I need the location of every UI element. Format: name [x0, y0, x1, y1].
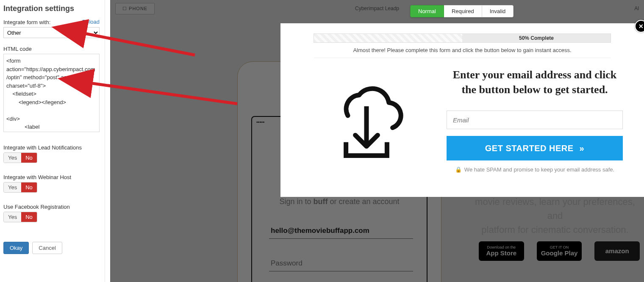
webinar-host-label: Integrate with Webinar Host	[3, 174, 100, 180]
field-state-tabs: Normal Required Invalid	[410, 5, 514, 17]
okay-button[interactable]: Okay	[3, 242, 29, 254]
cancel-button[interactable]: Cancel	[32, 242, 62, 254]
lock-icon: 🔒	[455, 166, 462, 173]
cta-label: GET STARTED HERE	[485, 144, 574, 153]
spam-note: 🔒We hate SPAM and promise to keep your e…	[447, 166, 623, 173]
webinar-host-toggle[interactable]: Yes No	[3, 182, 37, 193]
webinar-no[interactable]: No	[21, 182, 37, 192]
facebook-reg-toggle[interactable]: Yes No	[3, 212, 37, 222]
webinar-yes[interactable]: Yes	[4, 182, 21, 192]
email-field[interactable]	[447, 111, 623, 129]
cloud-download-icon	[302, 67, 431, 173]
close-icon[interactable]: ✕	[635, 20, 644, 33]
lead-notifications-label: Integrate with Lead Notifications	[3, 144, 100, 151]
panel-title: Integration settings	[3, 4, 100, 13]
fb-no[interactable]: No	[21, 212, 37, 222]
reload-link[interactable]: Reload	[82, 19, 100, 25]
lead-no[interactable]: No	[21, 153, 37, 163]
get-started-button[interactable]: GET STARTED HERE »	[447, 136, 623, 160]
progress-bar: 50% Complete	[314, 33, 611, 43]
integration-settings-panel: Integration settings Integrate form with…	[0, 0, 105, 282]
tab-invalid[interactable]: Invalid	[482, 5, 514, 17]
integrate-with-label: Integrate form with:	[3, 19, 50, 25]
modal-headline: Enter your email address and click the b…	[447, 67, 623, 97]
modal-subtitle: Almost there! Please complete this form …	[314, 47, 611, 58]
chevron-right-icon: »	[580, 144, 585, 153]
tab-normal[interactable]: Normal	[410, 5, 444, 17]
integrate-with-select[interactable]: Other	[3, 27, 100, 38]
facebook-reg-label: Use Facebook Registration	[3, 204, 100, 210]
html-code-textarea[interactable]: <form action="https://app.cyberimpact.co…	[3, 54, 100, 132]
optin-modal: ✕ 50% Complete Almost there! Please comp…	[280, 23, 644, 197]
fb-yes[interactable]: Yes	[4, 212, 21, 222]
progress-text: 50% Complete	[462, 34, 611, 42]
lead-yes[interactable]: Yes	[4, 153, 21, 163]
tab-required[interactable]: Required	[444, 5, 482, 17]
lead-notifications-toggle[interactable]: Yes No	[3, 152, 37, 163]
html-code-label: HTML code	[3, 46, 100, 52]
